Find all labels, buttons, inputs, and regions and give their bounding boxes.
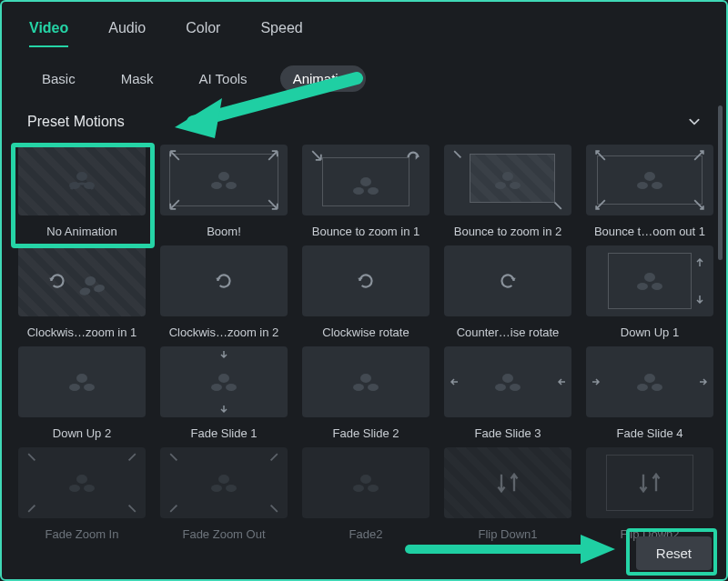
svg-point-8 bbox=[368, 187, 379, 195]
arrow-out-icon bbox=[595, 199, 606, 210]
preset-thumb bbox=[586, 245, 713, 316]
arrow-out-icon bbox=[268, 453, 278, 464]
svg-point-38 bbox=[84, 485, 95, 492]
preset-bounce-zoom-in-2[interactable]: Bounce to zoom in 2 bbox=[440, 145, 575, 238]
preset-fade-slide-3[interactable]: Fade Slide 3 bbox=[440, 346, 575, 440]
preset-thumb bbox=[444, 447, 571, 518]
arrow-in-icon bbox=[126, 453, 136, 464]
tab-audio[interactable]: Audio bbox=[108, 20, 146, 36]
svg-point-36 bbox=[76, 475, 87, 484]
svg-point-6 bbox=[360, 177, 371, 186]
preset-thumb bbox=[586, 447, 713, 518]
preset-fade-zoom-out[interactable]: Fade Zoom Out bbox=[157, 447, 291, 541]
svg-point-18 bbox=[644, 273, 655, 282]
svg-point-5 bbox=[226, 182, 237, 189]
arrow-out-icon bbox=[268, 502, 278, 513]
subtab-mask[interactable]: Mask bbox=[108, 65, 167, 92]
preset-bounce-zoom-out-1[interactable]: Bounce t…oom out 1 bbox=[582, 145, 717, 238]
arrow-down-icon bbox=[219, 405, 228, 414]
svg-point-35 bbox=[652, 384, 662, 391]
svg-point-40 bbox=[211, 485, 222, 492]
preset-label: Fade2 bbox=[349, 527, 383, 541]
svg-point-14 bbox=[652, 182, 662, 189]
preset-label: No Animation bbox=[46, 225, 116, 238]
rotate-cw-icon bbox=[47, 271, 67, 291]
preset-grid: No Animation Boom! Bounce to zoom in 1 bbox=[2, 139, 726, 541]
tab-speed[interactable]: Speed bbox=[260, 20, 302, 36]
arrow-out-icon bbox=[169, 150, 180, 161]
preset-label: Down Up 2 bbox=[53, 426, 111, 440]
video-effects-panel: Video Audio Color Speed Basic Mask AI To… bbox=[0, 0, 728, 581]
preset-thumb bbox=[160, 245, 288, 316]
flower-icon bbox=[349, 369, 382, 395]
preset-flip-down-1[interactable]: Flip Down1 bbox=[440, 447, 575, 541]
arrow-in-icon bbox=[551, 199, 562, 210]
svg-point-32 bbox=[510, 384, 521, 391]
svg-point-1 bbox=[69, 182, 80, 189]
rotate-cw-icon bbox=[214, 271, 234, 291]
preset-clockwise-rotate[interactable]: Clockwise rotate bbox=[298, 245, 433, 339]
tab-color[interactable]: Color bbox=[186, 20, 220, 36]
arrow-out-icon bbox=[595, 150, 606, 161]
preset-label: Fade Zoom In bbox=[46, 527, 119, 541]
preset-label: Bounce to zoom in 1 bbox=[312, 225, 420, 238]
preset-thumb bbox=[160, 346, 288, 417]
svg-point-10 bbox=[495, 182, 506, 189]
preset-fade-slide-1[interactable]: Fade Slide 1 bbox=[157, 346, 291, 440]
arrow-up-icon bbox=[695, 258, 704, 267]
preset-label: Fade Slide 4 bbox=[617, 426, 683, 440]
arrow-down-icon bbox=[219, 350, 228, 359]
preset-bounce-zoom-in-1[interactable]: Bounce to zoom in 1 bbox=[298, 145, 433, 238]
footer: Reset bbox=[636, 531, 712, 570]
svg-point-44 bbox=[368, 485, 379, 492]
preset-boom[interactable]: Boom! bbox=[157, 145, 291, 238]
preset-thumb bbox=[18, 447, 146, 518]
preset-clockwise-zoom-in-1[interactable]: Clockwis…zoom in 1 bbox=[15, 245, 149, 339]
svg-point-7 bbox=[353, 187, 364, 195]
preset-thumb bbox=[302, 346, 430, 417]
preset-fade-slide-4[interactable]: Fade Slide 4 bbox=[582, 346, 717, 440]
preset-no-animation[interactable]: No Animation bbox=[15, 145, 149, 238]
preset-thumb bbox=[444, 145, 571, 215]
arrow-in-icon bbox=[27, 502, 38, 513]
preset-flip-down-2[interactable]: Flip Down2 bbox=[582, 447, 717, 541]
preset-label: Fade Zoom Out bbox=[182, 527, 265, 541]
subtab-basic[interactable]: Basic bbox=[29, 65, 88, 92]
preset-fade-slide-2[interactable]: Fade Slide 2 bbox=[298, 346, 433, 440]
svg-point-37 bbox=[69, 485, 80, 492]
svg-point-31 bbox=[495, 384, 506, 391]
preset-label: Flip Down1 bbox=[478, 527, 537, 541]
flower-icon bbox=[207, 167, 240, 193]
preset-label: Clockwis…zoom in 1 bbox=[27, 326, 137, 339]
flower-icon bbox=[491, 167, 524, 193]
svg-point-27 bbox=[360, 374, 371, 383]
svg-point-33 bbox=[644, 374, 655, 383]
preset-fade2[interactable]: Fade2 bbox=[298, 447, 433, 541]
preset-clockwise-zoom-in-2[interactable]: Clockwis…zoom in 2 bbox=[157, 245, 291, 339]
tab-video[interactable]: Video bbox=[29, 20, 68, 36]
preset-down-up-2[interactable]: Down Up 2 bbox=[15, 346, 149, 440]
arrow-in-icon bbox=[27, 453, 38, 464]
preset-label: Bounce t…oom out 1 bbox=[594, 225, 705, 238]
preset-counter-rotate[interactable]: Counter…ise rotate bbox=[440, 245, 575, 339]
preset-thumb bbox=[160, 145, 288, 215]
flower-icon bbox=[633, 268, 666, 294]
secondary-tabs: Basic Mask AI Tools Animation bbox=[2, 49, 726, 105]
arrow-out-icon bbox=[693, 150, 704, 161]
subtab-animation[interactable]: Animation bbox=[280, 65, 367, 92]
svg-point-39 bbox=[218, 475, 229, 484]
arrow-out-icon bbox=[693, 199, 704, 210]
flower-icon bbox=[207, 470, 240, 496]
reset-button[interactable]: Reset bbox=[636, 536, 712, 570]
svg-point-26 bbox=[226, 384, 237, 391]
svg-point-17 bbox=[93, 284, 105, 293]
subtab-ai-tools[interactable]: AI Tools bbox=[187, 65, 260, 92]
scrollbar-thumb[interactable] bbox=[718, 105, 723, 260]
arrow-in-icon bbox=[453, 150, 464, 161]
preset-fade-zoom-in[interactable]: Fade Zoom In bbox=[15, 447, 149, 541]
section-header-preset-motions[interactable]: Preset Motions bbox=[2, 105, 726, 139]
preset-thumb bbox=[18, 245, 146, 316]
svg-point-15 bbox=[84, 275, 96, 286]
preset-down-up-1[interactable]: Down Up 1 bbox=[582, 245, 717, 339]
flower-icon bbox=[66, 470, 98, 496]
